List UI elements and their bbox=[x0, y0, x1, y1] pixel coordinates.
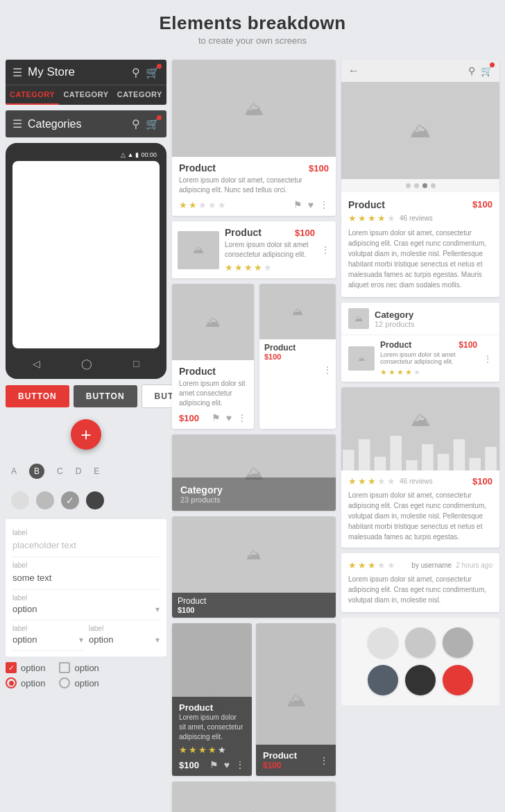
search-icon[interactable]: ⚲ bbox=[132, 66, 140, 79]
checkbox-item-1[interactable]: ✓ option bbox=[6, 662, 45, 673]
swatch-dark-gray[interactable] bbox=[405, 665, 436, 695]
recent-button[interactable]: □ bbox=[133, 358, 139, 369]
detail-reviews: ★ ★ ★ ★ ★ 46 reviews bbox=[348, 213, 493, 223]
nav-category-1[interactable]: CATEGORY bbox=[59, 85, 112, 105]
detail-search-icon[interactable]: ⚲ bbox=[468, 65, 475, 76]
detail-cart-dot bbox=[490, 62, 495, 67]
bar-8 bbox=[454, 439, 465, 471]
cart-notification-dot-2 bbox=[157, 115, 162, 120]
checkbox-unchecked[interactable] bbox=[59, 662, 70, 673]
grid-action-icons: ⚑ ♥ ⋮ bbox=[212, 412, 247, 423]
select-row-1[interactable]: option ▾ bbox=[12, 604, 160, 614]
cart-badge[interactable]: 🛒 bbox=[146, 66, 160, 79]
more-icon[interactable]: ⋮ bbox=[319, 199, 329, 210]
product-actions-1: ★ ★ ★ ★ ★ ⚑ ♥ ⋮ bbox=[179, 199, 329, 210]
detail-dot-1[interactable] bbox=[406, 183, 411, 188]
dot-circle-3[interactable]: ✓ bbox=[61, 491, 79, 509]
hamburger-icon[interactable]: ☰ bbox=[12, 66, 22, 79]
radio-item-1[interactable]: option bbox=[6, 677, 45, 688]
product-dark-left: ⛰ Product Lorem ipsum dolor sit amet, co… bbox=[172, 623, 252, 776]
dot-circle-1[interactable] bbox=[11, 491, 29, 509]
dark-price: $100 bbox=[179, 760, 199, 770]
detail-dot-3[interactable] bbox=[422, 183, 427, 188]
form-field-select-2b: label option ▾ bbox=[89, 620, 160, 651]
home-button[interactable]: ◯ bbox=[81, 358, 92, 369]
category-list-count: 12 products bbox=[375, 320, 493, 328]
detail-header-icons: ⚲ 🛒 bbox=[468, 65, 493, 77]
heart-icon[interactable]: ♥ bbox=[308, 199, 314, 210]
swatch-light-gray[interactable] bbox=[368, 627, 398, 658]
product-price-1: $100 bbox=[309, 163, 329, 174]
select-row-2a[interactable]: option ▾ bbox=[12, 634, 83, 645]
product-card-bottom: ⛰ Product $100 ⚑ ♥ ⋮ bbox=[172, 781, 336, 812]
radio-item-2[interactable]: option bbox=[59, 677, 99, 688]
review-stars-row: ★ ★ ★ ★ ★ bbox=[348, 560, 407, 570]
detail-cart-badge[interactable]: 🛒 bbox=[481, 65, 493, 77]
right-column: ← ⚲ 🛒 ⛰ Product bbox=[341, 60, 499, 812]
swatch-medium-gray[interactable] bbox=[443, 627, 473, 658]
dot-circle-2[interactable] bbox=[36, 491, 54, 509]
category-overlay-count: 23 products bbox=[180, 496, 327, 504]
phone-mockup: △ ▲ ▮ 00:00 ◁ ◯ □ bbox=[6, 143, 166, 379]
detail-dot-4[interactable] bbox=[431, 183, 436, 188]
detail-name-price: Product $100 bbox=[348, 199, 493, 210]
search-icon-2[interactable]: ⚲ bbox=[132, 117, 140, 130]
detail-dots bbox=[341, 179, 499, 192]
swatch-red[interactable] bbox=[443, 665, 473, 695]
dark-bookmark[interactable]: ⚑ bbox=[209, 759, 219, 770]
button-dark[interactable]: BUTTON bbox=[74, 385, 137, 407]
back-arrow-icon[interactable]: ← bbox=[348, 65, 359, 77]
product-grid-2col: ⛰ Product Lorem ipsum dolor sit amet con… bbox=[172, 284, 336, 429]
navbar-component-2: ☰ Categories ⚲ 🛒 bbox=[6, 110, 166, 137]
field-placeholder-1[interactable]: placeholder text bbox=[12, 540, 76, 550]
checkbox-item-2[interactable]: option bbox=[59, 662, 99, 673]
radio-unselected[interactable] bbox=[59, 677, 70, 688]
mini-more-icon[interactable]: ⋮ bbox=[323, 364, 332, 375]
nav-category-2[interactable]: CATEGORY bbox=[113, 85, 166, 105]
dark-heart[interactable]: ♥ bbox=[224, 759, 230, 770]
fab-button[interactable]: + bbox=[71, 419, 101, 450]
dot-circles-row: ✓ bbox=[6, 487, 166, 514]
select-arrow-2a: ▾ bbox=[79, 635, 83, 645]
field-value-2[interactable]: some text bbox=[12, 573, 51, 583]
category-card-1[interactable]: ⛰ Category 23 products bbox=[172, 434, 336, 511]
review-card: ★ ★ ★ ★ ★ by username 2 hours ago Lorem … bbox=[341, 553, 499, 612]
detail2-review-count: 46 reviews bbox=[400, 477, 433, 485]
radio-selected[interactable] bbox=[6, 677, 17, 688]
button-red[interactable]: BUTTON bbox=[6, 385, 69, 407]
dark-right-image-placeholder: ⛰ bbox=[286, 688, 306, 711]
bookmark-icon[interactable]: ⚑ bbox=[293, 199, 302, 210]
review-stars: ★ ★ ★ ★ ★ bbox=[348, 560, 395, 570]
dot-circle-4[interactable] bbox=[86, 491, 104, 509]
cart-badge-2[interactable]: 🛒 bbox=[146, 117, 160, 130]
detail2-stars: ★ ★ ★ ★ ★ bbox=[348, 476, 395, 487]
grid-heart-icon[interactable]: ♥ bbox=[226, 412, 232, 423]
back-button[interactable]: ◁ bbox=[33, 358, 40, 369]
square-image-placeholder: ⛰ bbox=[246, 545, 262, 564]
category-list-thumb: ⛰ bbox=[348, 308, 369, 329]
grid-more-icon[interactable]: ⋮ bbox=[237, 412, 247, 423]
detail2-info: ★ ★ ★ ★ ★ 46 reviews $100 Lorem ipsum do… bbox=[341, 471, 499, 548]
navbar-categories: CATEGORY CATEGORY CATEGORY bbox=[6, 85, 166, 105]
dark-more[interactable]: ⋮ bbox=[235, 759, 245, 770]
nav-category-0[interactable]: CATEGORY bbox=[6, 85, 59, 105]
bar-10 bbox=[485, 447, 497, 471]
swatch-dark-blue-gray[interactable] bbox=[368, 665, 398, 695]
more-icon-list[interactable]: ⋮ bbox=[320, 244, 330, 255]
checkbox-row: ✓ option option bbox=[6, 662, 166, 673]
bar-4 bbox=[390, 436, 402, 471]
product-square-price: $100 bbox=[178, 606, 330, 614]
cat-prod-more[interactable]: ⋮ bbox=[483, 353, 493, 364]
dark-right-more[interactable]: ⋮ bbox=[319, 755, 329, 766]
checkbox-checked[interactable]: ✓ bbox=[6, 662, 17, 673]
select-row-2b[interactable]: option ▾ bbox=[89, 634, 160, 645]
grid-bookmark-icon[interactable]: ⚑ bbox=[212, 412, 221, 423]
hamburger-icon-2[interactable]: ☰ bbox=[12, 117, 22, 130]
form-field-select-1: label option ▾ bbox=[12, 590, 160, 620]
swatch-medium-light-gray[interactable] bbox=[405, 627, 436, 658]
dot-label-b[interactable]: B bbox=[29, 464, 44, 479]
detail-dot-2[interactable] bbox=[414, 183, 419, 188]
product-grid-price-left: $100 bbox=[179, 413, 199, 423]
select-arrow-1: ▾ bbox=[155, 604, 160, 614]
bar-2 bbox=[359, 439, 370, 471]
